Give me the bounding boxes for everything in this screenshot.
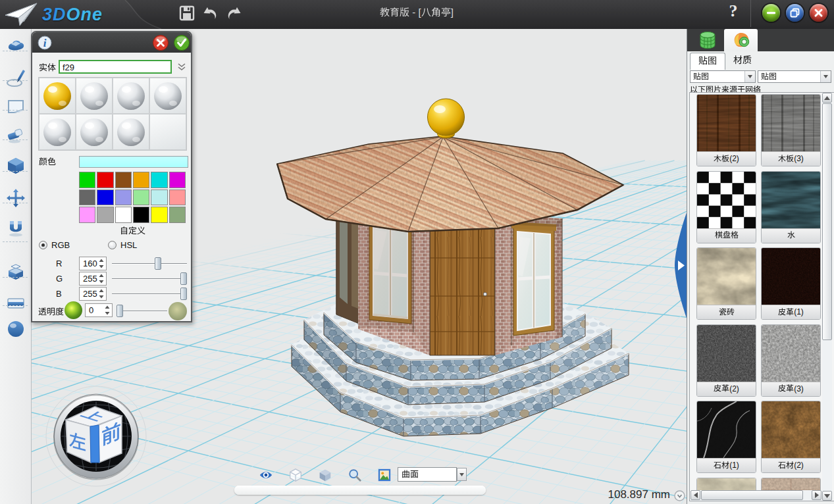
combo-arrow-icon[interactable] bbox=[820, 71, 831, 82]
material-preset-silver-2[interactable] bbox=[113, 78, 149, 114]
palette-color[interactable] bbox=[169, 189, 186, 206]
hsl-radio[interactable]: HSL bbox=[108, 240, 137, 250]
texture-card-water[interactable] bbox=[761, 171, 821, 243]
help-button[interactable]: ? bbox=[725, 1, 741, 24]
palette-color[interactable] bbox=[79, 172, 95, 188]
subtab-textures[interactable] bbox=[690, 53, 725, 70]
eraser-icon[interactable] bbox=[5, 124, 27, 146]
palette-color[interactable] bbox=[151, 189, 167, 206]
g-spinner[interactable] bbox=[97, 272, 105, 285]
save-button[interactable] bbox=[178, 5, 195, 22]
b-spinner[interactable] bbox=[97, 288, 105, 300]
r-slider-track[interactable] bbox=[112, 263, 187, 265]
palette-color[interactable] bbox=[133, 189, 149, 206]
bottom-toolbar-bar[interactable] bbox=[234, 486, 486, 495]
scroll-left-button[interactable] bbox=[691, 490, 700, 500]
section-icon[interactable] bbox=[5, 292, 27, 315]
horizontal-scrollbar[interactable] bbox=[691, 490, 821, 501]
opacity-slider-handle[interactable] bbox=[117, 305, 123, 317]
palette-color[interactable] bbox=[151, 172, 167, 188]
visibility-eye-icon[interactable] bbox=[259, 468, 273, 482]
texture-card-stone-tan[interactable]: (2) bbox=[761, 401, 821, 473]
b-slider-track[interactable] bbox=[112, 293, 187, 295]
palette-color[interactable] bbox=[79, 189, 95, 206]
chevron-double-down-icon[interactable] bbox=[176, 63, 187, 72]
palette-color[interactable] bbox=[133, 172, 149, 188]
custom-color-button[interactable] bbox=[79, 226, 186, 236]
entity-input[interactable]: f29 bbox=[59, 60, 172, 74]
g-slider-handle[interactable] bbox=[180, 272, 187, 285]
close-button[interactable] bbox=[810, 4, 827, 22]
texture-card-wood-brown[interactable]: (2) bbox=[696, 94, 756, 166]
primitives-icon[interactable] bbox=[5, 35, 27, 57]
restore-button[interactable] bbox=[786, 4, 804, 22]
r-slider-handle[interactable] bbox=[155, 257, 161, 270]
move-icon[interactable] bbox=[5, 187, 27, 209]
palette-color[interactable] bbox=[97, 189, 113, 206]
zoom-icon[interactable] bbox=[348, 468, 362, 482]
palette-color[interactable] bbox=[97, 207, 113, 223]
hsl-radio-circle[interactable] bbox=[108, 241, 117, 249]
material-preset-silver-3[interactable] bbox=[149, 78, 186, 114]
palette-color[interactable] bbox=[115, 189, 132, 206]
magnet-icon[interactable] bbox=[5, 217, 27, 239]
rgb-radio[interactable]: RGB bbox=[39, 240, 70, 250]
dialog-confirm-button[interactable] bbox=[173, 34, 190, 51]
sketch-pen-icon[interactable] bbox=[5, 66, 27, 88]
background-image-icon[interactable] bbox=[377, 468, 392, 482]
feature-cube-icon[interactable] bbox=[5, 155, 27, 177]
texture-card-tile[interactable] bbox=[696, 247, 756, 320]
texture-card-checker[interactable] bbox=[696, 171, 756, 243]
subtab-materials[interactable] bbox=[725, 53, 760, 70]
palette-color[interactable] bbox=[115, 207, 132, 223]
opacity-slider-track[interactable] bbox=[120, 311, 167, 312]
minimize-button[interactable] bbox=[762, 4, 780, 22]
palette-color[interactable] bbox=[115, 172, 132, 188]
solid-cube-icon[interactable] bbox=[318, 468, 332, 482]
g-slider-track[interactable] bbox=[112, 278, 187, 280]
wireframe-cube-icon[interactable] bbox=[288, 468, 303, 482]
texture-category-combo[interactable] bbox=[690, 70, 756, 83]
material-preset-silver-1[interactable] bbox=[76, 78, 113, 114]
vertical-scroll-thumb[interactable] bbox=[822, 103, 832, 340]
scroll-right-button[interactable] bbox=[812, 490, 821, 500]
material-preset-gold-0[interactable] bbox=[39, 78, 76, 114]
current-color-swatch[interactable] bbox=[79, 156, 188, 168]
palette-color[interactable] bbox=[169, 207, 186, 223]
material-preset-silver-4[interactable] bbox=[39, 114, 76, 150]
sketch-plane-icon[interactable] bbox=[5, 95, 27, 118]
tab-library[interactable] bbox=[691, 29, 724, 51]
scroll-down-button[interactable] bbox=[822, 491, 832, 501]
material-preset-empty[interactable] bbox=[149, 114, 186, 150]
sphere-icon[interactable] bbox=[5, 318, 27, 340]
texture-card-leather-white[interactable]: (3) bbox=[761, 324, 821, 397]
rgb-radio-circle[interactable] bbox=[39, 241, 47, 249]
horizontal-scroll-thumb[interactable] bbox=[701, 490, 803, 500]
dialog-cancel-button[interactable] bbox=[152, 34, 169, 51]
palette-color[interactable] bbox=[97, 172, 113, 188]
palette-color[interactable] bbox=[133, 207, 149, 223]
texture-card-leather-gray[interactable]: (2) bbox=[696, 324, 756, 397]
material-preset-silver-5[interactable] bbox=[76, 114, 113, 150]
unit-dropdown-button[interactable] bbox=[674, 490, 685, 501]
palette-color[interactable] bbox=[151, 207, 167, 223]
opacity-spinner[interactable] bbox=[103, 304, 111, 316]
r-spinner[interactable] bbox=[97, 257, 105, 270]
texture-card-leather-dark[interactable]: (1) bbox=[761, 247, 821, 320]
texture-card-stone-black[interactable]: (1) bbox=[696, 401, 756, 473]
dialog-header[interactable]: i bbox=[32, 32, 191, 53]
tab-render[interactable] bbox=[724, 29, 758, 51]
display-mode-combo[interactable] bbox=[398, 467, 457, 482]
material-preset-silver-6[interactable] bbox=[113, 114, 149, 150]
undo-button[interactable] bbox=[201, 5, 219, 22]
texture-filter-combo[interactable] bbox=[758, 70, 831, 83]
texture-card-wood-gray[interactable]: (3) bbox=[761, 94, 821, 166]
palette-color[interactable] bbox=[169, 172, 186, 188]
palette-color[interactable] bbox=[79, 207, 95, 223]
vertical-scrollbar[interactable] bbox=[822, 93, 832, 501]
combo-arrow-icon[interactable] bbox=[744, 71, 755, 82]
redo-button[interactable] bbox=[226, 5, 243, 22]
display-mode-combo-arrow[interactable] bbox=[457, 468, 467, 481]
b-slider-handle[interactable] bbox=[180, 288, 187, 300]
combine-icon[interactable] bbox=[5, 261, 27, 283]
